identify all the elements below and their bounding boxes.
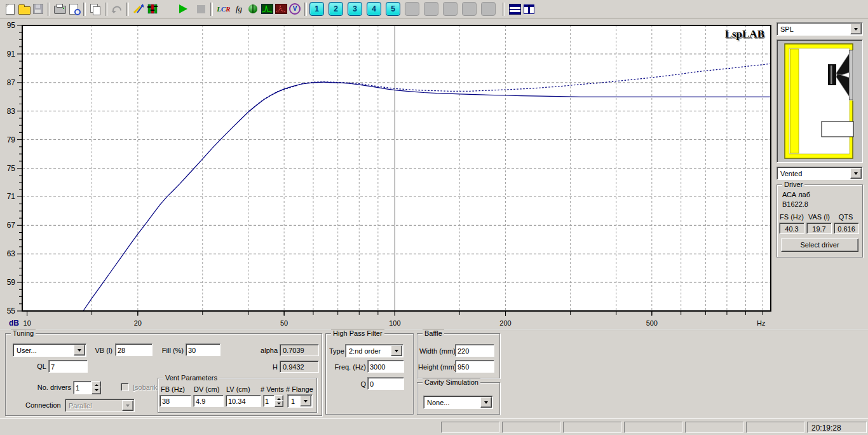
alpha-label: alpha [254,347,278,354]
hpf-freq-input[interactable] [367,360,404,373]
preset-2-button[interactable]: 2 [329,2,343,16]
driver-model: B1622.8 [782,200,808,208]
equalizer-icon[interactable] [146,1,159,17]
num-vents-label: # Vents [261,385,284,393]
new-file-icon[interactable] [3,1,17,17]
vas-label: VAS (l) [806,213,832,221]
preset-5-button[interactable]: 5 [386,2,400,16]
preset-empty-button [443,2,458,16]
svg-text:50: 50 [280,319,288,327]
baffle-width-input[interactable] [455,344,494,357]
baffle-height-input[interactable] [455,360,494,373]
dropdown-button[interactable] [300,396,311,406]
tuning-caption: Tuning [11,329,36,337]
clock: 20:19:28 [807,422,867,433]
folder-icon [18,6,31,15]
cavity-select[interactable]: None... [423,396,493,409]
connection-value: Parallel [69,402,121,410]
toolbar-separator [210,3,213,16]
tile-horizontal-icon[interactable] [508,1,522,17]
hpf-caption: High Pass Filter [331,329,384,337]
num-flange-value: 1 [291,397,299,405]
svg-text:10: 10 [24,319,31,327]
dropdown-button[interactable] [391,345,402,356]
enclosure-type-select[interactable]: Vented [776,167,863,180]
edit-pencil-icon[interactable] [132,1,146,17]
ql-input[interactable] [48,360,88,373]
vent-port [822,121,853,137]
enclosure-type-value: Vented [780,170,850,177]
green-ball-icon [248,4,257,13]
fs-label: FS (Hz) [779,213,804,221]
num-flange-select[interactable]: 1 [287,394,313,408]
preset-empty-button [405,2,419,16]
run-icon[interactable] [176,1,190,17]
hpf-q-label: Q [356,380,366,388]
spin-down-button[interactable] [92,387,101,394]
graph-type-select[interactable]: SPL [776,22,863,36]
sphere-icon[interactable] [246,1,260,17]
open-file-icon[interactable] [17,1,31,17]
fill-label: Fill (%) [156,347,184,354]
spl-graph-icon[interactable] [260,1,274,17]
dropdown-button[interactable] [850,24,862,34]
dv-label: DV (cm) [194,385,219,393]
copy-icon[interactable] [88,1,102,17]
enclosure-diagram [777,40,862,162]
print-icon[interactable] [53,1,67,17]
hpf-type-select[interactable]: 2:nd order [345,344,403,357]
cavity-value: None... [427,399,480,406]
status-panel [746,422,804,433]
lcr-meter-icon[interactable]: LCR [215,1,232,17]
svg-text:83: 83 [7,107,16,116]
tile-vertical-icon[interactable] [522,1,536,17]
print-preview-icon[interactable] [67,1,81,17]
pencil-arrow-icon [133,4,144,14]
vb-input[interactable] [115,343,153,356]
svg-text:87: 87 [7,78,16,87]
num-vents-spinner[interactable] [275,395,283,407]
num-drivers-spinner[interactable] [92,381,101,394]
qts-value: 0.616 [834,223,859,234]
fb-input[interactable] [159,395,191,407]
tuning-preset-select[interactable]: User... [13,343,86,357]
frequency-generator-icon[interactable]: fg [232,1,246,17]
qts-label: QTS [834,213,858,221]
play-triangle-icon [179,4,187,13]
toolbar-separator [105,3,107,16]
fb-label: FB (Hz) [161,385,185,393]
svg-text:71: 71 [7,192,16,201]
svg-text:Hz: Hz [757,319,765,327]
num-drivers-input[interactable] [73,381,92,394]
fill-input[interactable] [186,343,220,356]
baffle-caption: Baffle [423,329,444,337]
preset-4-button[interactable]: 4 [367,2,381,16]
preset-3-button[interactable]: 3 [348,2,362,16]
spl-chart-panel: 5559636771757983879195102050100200500dBH… [5,19,774,329]
spin-down-button[interactable] [275,400,283,407]
dropdown-button[interactable] [480,397,492,408]
svg-text:100: 100 [389,319,400,327]
floppy-icon [33,4,43,14]
svg-text:500: 500 [646,319,658,327]
page-icon [6,4,15,15]
svg-text:20: 20 [134,319,142,327]
h-label: H [267,363,278,371]
toolbar-separator [83,3,86,16]
hpf-q-input[interactable] [367,377,404,390]
toolbar-separator [503,3,505,16]
num-vents-input[interactable] [263,395,275,407]
impedance-graph-icon[interactable] [274,1,288,17]
svg-text:59: 59 [7,278,16,287]
dropdown-button[interactable] [850,168,862,179]
preset-1-button[interactable]: 1 [309,2,324,16]
alpha-value: 0.7039 [280,344,319,356]
svg-text:79: 79 [7,135,16,144]
lv-input[interactable] [226,395,261,407]
status-panel [502,422,560,433]
undo-arrow-icon [111,4,123,13]
vector-icon[interactable]: V [288,1,302,17]
dv-input[interactable] [193,395,224,407]
chevron-down-icon [854,28,858,32]
select-driver-button[interactable]: Select driver [781,238,858,252]
